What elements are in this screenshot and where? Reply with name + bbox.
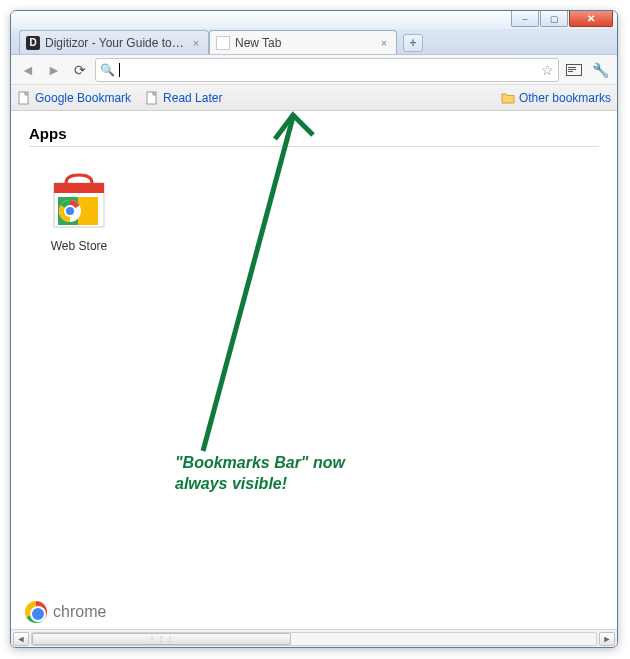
app-web-store[interactable]: Web Store	[29, 173, 129, 253]
annotation-line1: "Bookmarks Bar" now	[175, 453, 375, 474]
tab-close-icon[interactable]: ×	[378, 37, 390, 49]
favicon-blank	[216, 36, 230, 50]
wrench-icon[interactable]: 🔧	[589, 59, 611, 81]
page-menu-icon[interactable]	[563, 59, 585, 81]
annotation-text: "Bookmarks Bar" now always visible!	[175, 453, 375, 495]
page-icon	[17, 91, 31, 105]
other-bookmarks-label: Other bookmarks	[519, 91, 611, 105]
folder-icon	[501, 91, 515, 105]
bookmark-google-bookmark[interactable]: Google Bookmark	[17, 91, 131, 105]
svg-point-11	[65, 206, 75, 216]
svg-rect-2	[568, 69, 576, 70]
tab-close-icon[interactable]: ×	[190, 37, 202, 49]
browser-window: – ▢ ✕ D Digitizor - Your Guide to ... × …	[10, 10, 618, 648]
app-label: Web Store	[29, 239, 129, 253]
svg-rect-7	[54, 183, 104, 193]
brand-text: chrome	[53, 603, 106, 621]
apps-heading: Apps	[29, 125, 599, 147]
chrome-brand: chrome	[25, 601, 106, 623]
maximize-button[interactable]: ▢	[540, 11, 568, 27]
reload-button[interactable]: ⟳	[69, 59, 91, 81]
scroll-track[interactable]: ⋮⋮⋮	[31, 632, 597, 646]
bookmark-star-icon[interactable]: ☆	[541, 62, 554, 78]
scroll-right-button[interactable]: ►	[599, 632, 615, 646]
bookmark-label: Read Later	[163, 91, 222, 105]
search-icon: 🔍	[100, 63, 115, 77]
page-icon	[145, 91, 159, 105]
tab-strip: D Digitizor - Your Guide to ... × New Ta…	[11, 29, 617, 55]
close-button[interactable]: ✕	[569, 11, 613, 27]
bookmarks-bar: Google Bookmark Read Later Other bookmar…	[11, 85, 617, 111]
toolbar: ◄ ► ⟳ 🔍 ☆ 🔧	[11, 55, 617, 85]
back-button[interactable]: ◄	[17, 59, 39, 81]
tab-title: Digitizor - Your Guide to ...	[45, 36, 185, 50]
forward-button[interactable]: ►	[43, 59, 65, 81]
chrome-logo-icon	[25, 601, 47, 623]
bookmark-read-later[interactable]: Read Later	[145, 91, 222, 105]
tab-title: New Tab	[235, 36, 373, 50]
other-bookmarks[interactable]: Other bookmarks	[501, 91, 611, 105]
svg-rect-1	[568, 67, 576, 68]
svg-rect-3	[568, 71, 573, 72]
bookmark-label: Google Bookmark	[35, 91, 131, 105]
annotation-line2: always visible!	[175, 474, 375, 495]
horizontal-scrollbar[interactable]: ◄ ⋮⋮⋮ ►	[11, 629, 617, 647]
address-input[interactable]	[124, 61, 537, 78]
web-store-icon	[48, 173, 110, 229]
tab-new-tab[interactable]: New Tab ×	[209, 30, 397, 54]
titlebar: – ▢ ✕	[11, 11, 617, 29]
page-content: Apps Web S	[11, 111, 617, 629]
apps-grid: Web Store	[29, 147, 599, 253]
scroll-left-button[interactable]: ◄	[13, 632, 29, 646]
address-bar[interactable]: 🔍 ☆	[95, 58, 559, 82]
minimize-button[interactable]: –	[511, 11, 539, 27]
favicon-digitizor: D	[26, 36, 40, 50]
scroll-thumb[interactable]: ⋮⋮⋮	[32, 633, 291, 645]
text-cursor	[119, 63, 120, 77]
new-tab-button[interactable]: +	[403, 34, 423, 52]
tab-digitizor[interactable]: D Digitizor - Your Guide to ... ×	[19, 30, 209, 54]
